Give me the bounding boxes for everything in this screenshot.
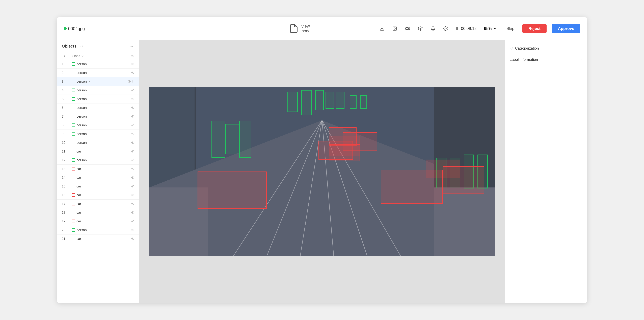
svg-point-5 xyxy=(445,28,446,29)
objects-count: 38 xyxy=(78,44,82,48)
list-item[interactable]: 7 person xyxy=(57,112,139,121)
skip-button[interactable]: Skip xyxy=(504,25,517,32)
document-icon xyxy=(289,24,299,34)
sidebar-menu-button[interactable]: ⋯ xyxy=(128,44,134,49)
visibility-toggle[interactable] xyxy=(127,97,134,100)
visibility-toggle[interactable] xyxy=(127,158,134,162)
class-icon xyxy=(72,176,75,179)
list-item[interactable]: 9 person xyxy=(57,130,139,138)
view-mode-button[interactable]: View mode xyxy=(286,22,314,35)
svg-point-10 xyxy=(132,64,133,65)
list-item[interactable]: 14 car xyxy=(57,173,139,182)
list-item[interactable]: 17 car xyxy=(57,200,139,208)
list-item[interactable]: 15 car xyxy=(57,182,139,191)
object-class: person... xyxy=(72,88,127,92)
visibility-toggle[interactable] xyxy=(127,211,134,214)
download-icon[interactable] xyxy=(378,25,386,32)
list-item[interactable]: 16 car xyxy=(57,191,139,200)
more-icon[interactable] xyxy=(131,80,134,83)
header: 0004.jpg View mode xyxy=(57,17,587,40)
class-label: car xyxy=(76,185,81,188)
categorization-header[interactable]: Categorization › xyxy=(505,43,587,54)
svg-rect-6 xyxy=(456,27,457,30)
list-item[interactable]: 13 car xyxy=(57,165,139,173)
svg-point-19 xyxy=(132,116,133,117)
list-item[interactable]: 8 person xyxy=(57,121,139,130)
object-class: car xyxy=(72,219,127,223)
visibility-toggle[interactable] xyxy=(123,80,131,83)
class-label: person xyxy=(76,115,87,118)
class-icon xyxy=(72,220,75,223)
canvas-area[interactable] xyxy=(139,40,505,303)
class-label: person xyxy=(76,132,87,136)
list-item[interactable]: 12 person xyxy=(57,156,139,165)
list-item[interactable]: 21 car xyxy=(57,235,139,243)
eye-icon xyxy=(131,124,134,127)
view-mode-label: View mode xyxy=(300,24,310,33)
class-label: person xyxy=(76,123,87,127)
list-item[interactable]: 6 person xyxy=(57,103,139,112)
list-item[interactable]: 2 person xyxy=(57,69,139,77)
object-class: person xyxy=(72,132,127,136)
label-information-header[interactable]: Label information › xyxy=(505,54,587,65)
visibility-toggle[interactable] xyxy=(127,63,134,66)
object-id: 5 xyxy=(62,97,72,101)
class-label: person xyxy=(76,141,87,145)
list-item[interactable]: 3 person xyxy=(57,77,139,86)
list-item[interactable]: 10 person xyxy=(57,138,139,147)
visibility-toggle[interactable] xyxy=(127,124,134,127)
approve-button[interactable]: Approve xyxy=(552,24,580,33)
svg-point-9 xyxy=(132,56,133,56)
image-adjust-icon[interactable] xyxy=(391,25,398,32)
eye-icon xyxy=(131,71,134,74)
list-item[interactable]: 20 person xyxy=(57,226,139,235)
object-id: 20 xyxy=(62,228,72,232)
eye-icon xyxy=(131,63,134,66)
list-item[interactable]: 18 car xyxy=(57,208,139,217)
class-icon xyxy=(72,71,75,74)
visibility-toggle[interactable] xyxy=(127,141,134,144)
visibility-toggle[interactable] xyxy=(127,71,134,74)
object-id: 17 xyxy=(62,202,72,206)
object-id: 21 xyxy=(62,237,72,241)
video-icon[interactable] xyxy=(404,25,411,32)
eye-icon xyxy=(131,141,134,144)
visibility-toggle[interactable] xyxy=(127,106,134,109)
list-item[interactable]: 11 car xyxy=(57,147,139,156)
visibility-toggle[interactable] xyxy=(127,237,134,240)
list-item[interactable]: 1 person xyxy=(57,60,139,69)
visibility-toggle[interactable] xyxy=(127,132,134,135)
tag-icon xyxy=(510,47,513,50)
svg-point-29 xyxy=(132,203,133,204)
visibility-toggle[interactable] xyxy=(127,194,134,197)
list-item[interactable]: 5 person xyxy=(57,95,139,103)
app-container: 0004.jpg View mode xyxy=(0,0,644,320)
reject-button[interactable]: Reject xyxy=(522,24,546,33)
main-window: 0004.jpg View mode xyxy=(57,17,587,303)
list-item[interactable]: 19 car xyxy=(57,217,139,226)
bell-icon[interactable] xyxy=(429,25,437,32)
visibility-toggle[interactable] xyxy=(127,228,134,231)
class-label: car xyxy=(76,202,81,206)
eye-icon xyxy=(131,237,134,240)
visibility-toggle[interactable] xyxy=(127,220,134,223)
class-label: person xyxy=(76,62,87,66)
class-icon xyxy=(72,185,75,188)
svg-point-30 xyxy=(132,212,133,213)
eye-icon xyxy=(131,167,134,170)
visibility-toggle[interactable] xyxy=(127,176,134,179)
eye-icon xyxy=(131,176,134,179)
list-item[interactable]: 4 person... xyxy=(57,86,139,95)
visibility-toggle[interactable] xyxy=(127,115,134,118)
zoom-control[interactable]: 95% xyxy=(482,25,498,32)
visibility-toggle[interactable] xyxy=(127,150,134,153)
visibility-toggle[interactable] xyxy=(127,202,134,205)
visibility-toggle[interactable] xyxy=(127,167,134,170)
visibility-toggle[interactable] xyxy=(127,185,134,188)
categorization-title: Categorization xyxy=(510,46,539,51)
col-header-vis xyxy=(127,54,134,57)
layers-icon[interactable] xyxy=(416,25,424,32)
settings-icon[interactable] xyxy=(442,25,450,32)
svg-point-17 xyxy=(132,99,133,99)
visibility-toggle[interactable] xyxy=(127,89,134,92)
